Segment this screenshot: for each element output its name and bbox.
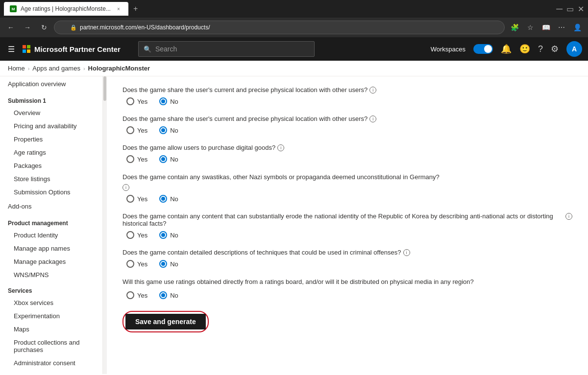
reading-mode-icon[interactable]: 📖 [539,21,553,34]
radio-label-yes-4: Yes [137,195,147,203]
sidebar-item-addons[interactable]: Add-ons [0,199,102,214]
breadcrumb-home[interactable]: Home [8,65,25,72]
notification-icon[interactable]: 🔔 [501,44,512,54]
favorites-icon[interactable]: ☆ [523,21,537,34]
forward-button[interactable]: → [21,21,34,34]
sidebar-item-maps[interactable]: Maps [0,323,102,336]
ratings-question-text: Will this game use ratings obtained dire… [122,278,572,286]
search-input[interactable] [155,45,309,53]
sidebar-item-overview[interactable]: Overview [0,106,102,119]
breadcrumb-sep-1: › [28,66,30,71]
sidebar-item-wns-mpns[interactable]: WNS/MPNS [0,268,102,281]
radio-no-6[interactable]: No [159,260,178,268]
sidebar-item-properties[interactable]: Properties [0,133,102,146]
question-text-5: Does the game contain any content that c… [122,212,564,227]
sidebar-item-product-collections[interactable]: Product collections and purchases [0,336,102,356]
close-window-button[interactable]: ✕ [578,4,584,14]
radio-no-5[interactable]: No [159,231,178,239]
sidebar-item-submission-options[interactable]: Submission Options [0,186,102,199]
radio-yes-2[interactable]: Yes [126,126,147,134]
search-icon: 🔍 [144,46,151,53]
radio-outer-no-4 [159,195,167,203]
maximize-button[interactable]: ▭ [566,4,574,14]
question-block-6: Does the game contain detailed descripti… [122,249,572,268]
save-generate-button[interactable]: Save and generate [125,314,206,329]
sidebar-item-admin-consent[interactable]: Administrator consent [0,356,102,370]
radio-outer-no-3 [159,155,167,163]
radio-outer-yes-4 [126,195,134,203]
info-icon-3[interactable]: i [277,144,284,151]
tab-title: Age ratings | HolographicMonste... [21,5,111,12]
extensions-icon[interactable]: 🧩 [508,21,521,34]
new-tab-button[interactable]: + [133,4,138,13]
feedback-icon[interactable]: 🙂 [519,44,530,54]
radio-outer-yes-6 [126,260,134,268]
radio-outer-yes-5 [126,231,134,239]
radio-no-ratings[interactable]: No [159,291,178,299]
user-avatar[interactable]: A [566,41,582,57]
sidebar-item-manage-packages[interactable]: Manage packages [0,255,102,268]
radio-no-4[interactable]: No [159,195,178,203]
sidebar-item-product-identity[interactable]: Product Identity [0,229,102,242]
sidebar-item-app-overview[interactable]: Application overview [0,76,102,92]
sidebar-item-store-listings[interactable]: Store listings [0,172,102,186]
radio-no-top[interactable]: No [159,97,178,105]
radio-outer-no-5 [159,231,167,239]
radio-outer-yes-3 [126,155,134,163]
sidebar-item-packages[interactable]: Packages [0,159,102,172]
info-icon-4[interactable]: i [122,184,129,191]
sidebar-item-manage-app-names[interactable]: Manage app names [0,242,102,255]
more-tools-icon[interactable]: ⋯ [555,21,568,34]
address-input[interactable]: 🔒 partner.microsoft.com/en-US/dashboard/… [54,21,505,34]
radio-group-3: Yes No [126,155,572,163]
minimize-button[interactable]: ─ [556,4,563,14]
radio-no-3[interactable]: No [159,155,178,163]
browser-action-icons: 🧩 ☆ 📖 ⋯ 👤 [508,21,584,34]
breadcrumb-apps-games[interactable]: Apps and games [32,65,80,72]
sidebar: Application overview Submission 1 Overvi… [0,76,103,374]
info-icon-5[interactable]: i [565,213,572,220]
sidebar-item-xbox-services[interactable]: Xbox services [0,296,102,309]
radio-yes-top[interactable]: Yes [126,97,147,105]
radio-yes-ratings[interactable]: Yes [126,291,147,299]
radio-yes-6[interactable]: Yes [126,260,147,268]
sidebar-item-age-ratings[interactable]: Age ratings [0,146,102,159]
radio-group-ratings: Yes No [126,291,572,299]
sidebar-scrollbar[interactable] [103,76,107,374]
help-icon[interactable]: ? [538,44,543,54]
radio-label-yes-6: Yes [137,260,147,268]
breadcrumb-sep-2: › [83,66,85,71]
toggle-knob [484,45,492,53]
header-search[interactable]: 🔍 [138,41,315,57]
sidebar-services-label: Services [0,281,102,296]
question-text-6: Does the game contain detailed descripti… [122,249,401,256]
address-bar-row: ← → ↻ 🔒 partner.microsoft.com/en-US/dash… [0,18,588,37]
header-right: Workspaces 🔔 🙂 ? ⚙ A [431,41,582,57]
ratings-question-block: Will this game use ratings obtained dire… [122,278,572,299]
question-text-4a: Does the game contain any swastikas, oth… [122,173,440,181]
workspaces-toggle[interactable] [473,44,493,54]
lock-icon: 🔒 [70,24,77,31]
radio-yes-4[interactable]: Yes [126,195,147,203]
info-icon-2[interactable]: i [369,116,376,122]
refresh-button[interactable]: ↻ [37,21,51,34]
radio-outer-yes-ratings [126,291,134,299]
sidebar-item-pricing[interactable]: Pricing and availability [0,119,102,133]
info-icon-1[interactable]: i [369,87,376,94]
radio-outer-no-ratings [159,291,167,299]
radio-yes-5[interactable]: Yes [126,231,147,239]
settings-icon[interactable]: ⚙ [551,44,559,54]
hamburger-menu[interactable]: ☰ [6,43,17,56]
back-button[interactable]: ← [4,21,18,34]
radio-no-2[interactable]: No [159,126,178,134]
radio-yes-3[interactable]: Yes [126,155,147,163]
profile-icon[interactable]: 👤 [570,21,584,34]
sidebar-item-experimentation[interactable]: Experimentation [0,309,102,323]
radio-group-6: Yes No [126,260,572,268]
browser-tab[interactable]: M Age ratings | HolographicMonste... × [4,2,128,16]
tab-close-button[interactable]: × [115,5,122,13]
radio-label-yes-5: Yes [137,232,147,239]
info-icon-6[interactable]: i [403,249,410,256]
tab-favicon: M [10,5,17,12]
radio-group-5: Yes No [126,231,572,239]
